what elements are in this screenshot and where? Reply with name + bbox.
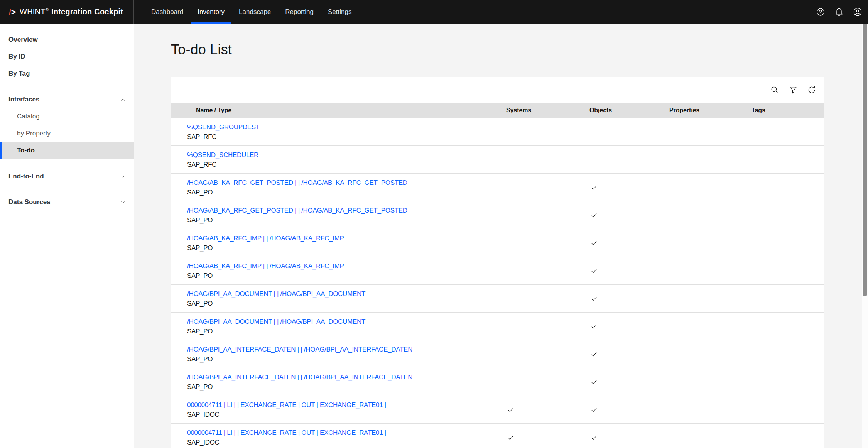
tags-cell [751,368,824,396]
sidebar-item-label: To-do [17,147,35,154]
interface-type-label: SAP_IDOC [187,410,506,419]
name-type-cell: /HOAG/BPI_AA_INTERFACE_DATEN | | /HOAG/B… [171,340,506,368]
help-button[interactable] [811,3,830,21]
chevron-down-icon [120,199,126,206]
interface-name-link[interactable]: /HOAG/AB_KA_RFC_IMP | | /HOAG/AB_KA_RFC_… [187,233,506,243]
interface-name-link[interactable]: /HOAG/AB_KA_RFC_IMP | | /HOAG/AB_KA_RFC_… [187,261,506,271]
column-header-name-type[interactable]: Name / Type [171,103,506,118]
sidebar-item-by-id[interactable]: By ID [0,48,134,65]
objects-cell [589,313,669,340]
checkmark-icon [590,267,598,275]
column-header-properties[interactable]: Properties [669,103,751,118]
side-navigation: Overview By ID By Tag Interfaces Catalog… [0,24,134,448]
app-logo[interactable]: / > WHINT® Integration Cockpit [0,0,134,24]
interface-name-link[interactable]: %QSEND_GROUPDEST [187,122,506,132]
column-header-objects[interactable]: Objects [589,103,669,118]
sidebar-item-by-tag[interactable]: By Tag [0,65,134,82]
sidebar-divider [8,86,125,86]
sidebar-section-label: Interfaces [8,96,39,103]
interface-name-link[interactable]: /HOAG/BPI_AA_DOCUMENT | | /HOAG/BPI_AA_D… [187,317,506,326]
sidebar-item-label: Overview [8,36,38,44]
sidebar-section-interfaces[interactable]: Interfaces [0,91,134,108]
interface-name-link[interactable]: 0000004711 | LI | | EXCHANGE_RATE | OUT … [187,428,506,438]
properties-cell [669,424,751,448]
properties-cell [669,201,751,229]
registered-mark: ® [46,7,49,12]
objects-cell [589,118,669,145]
interface-name-link[interactable]: /HOAG/AB_KA_RFC_GET_POSTED | | /HOAG/AB_… [187,206,506,215]
checkmark-icon [590,434,598,441]
systems-cell [506,146,589,173]
table-header-row: Name / Type Systems Objects Properties T… [171,103,824,118]
properties-cell [669,396,751,423]
table-row: 0000004711 | LI | | EXCHANGE_RATE | OUT … [171,396,824,424]
search-button[interactable] [765,81,784,99]
interface-name-link[interactable]: /HOAG/BPI_AA_INTERFACE_DATEN | | /HOAG/B… [187,372,506,382]
name-type-cell: 0000004711 | LI | | EXCHANGE_RATE | OUT … [171,424,506,448]
tags-cell [751,424,824,448]
logo-brand-text: WHINT® [20,7,49,16]
interface-type-label: SAP_PO [187,215,506,225]
objects-cell [589,201,669,229]
properties-cell [669,285,751,312]
name-type-cell: /HOAG/AB_KA_RFC_IMP | | /HOAG/AB_KA_RFC_… [171,229,506,257]
vertical-scrollbar-thumb[interactable] [863,24,867,296]
column-header-systems[interactable]: Systems [506,103,589,118]
sidebar-item-to-do[interactable]: To-do [0,142,134,159]
notifications-icon [834,7,844,17]
account-icon [852,7,863,17]
todo-table-card: Name / Type Systems Objects Properties T… [171,77,824,448]
nav-tab-settings[interactable]: Settings [322,0,358,24]
nav-tab-reporting[interactable]: Reporting [279,0,320,24]
table-row: %QSEND_SCHEDULERSAP_RFC [171,146,824,174]
interface-type-label: SAP_RFC [187,160,506,169]
sidebar-item-overview[interactable]: Overview [0,31,134,48]
table-row: /HOAG/AB_KA_RFC_IMP | | /HOAG/AB_KA_RFC_… [171,229,824,257]
systems-cell [506,340,589,368]
notifications-button[interactable] [830,3,848,21]
systems-cell [506,118,589,145]
objects-cell [589,174,669,201]
interface-name-link[interactable]: %QSEND_SCHEDULER [187,150,506,160]
search-icon [770,85,780,95]
filter-button[interactable] [784,81,802,99]
systems-cell [506,424,589,448]
table-row: /HOAG/AB_KA_RFC_IMP | | /HOAG/AB_KA_RFC_… [171,257,824,285]
page-title: To-do List [171,42,868,58]
nav-tab-inventory[interactable]: Inventory [191,0,231,24]
checkmark-icon [590,350,598,358]
interface-name-link[interactable]: /HOAG/AB_KA_RFC_GET_POSTED | | /HOAG/AB_… [187,178,506,188]
nav-tab-dashboard[interactable]: Dashboard [145,0,189,24]
properties-cell [669,146,751,173]
help-icon [816,7,826,17]
account-button[interactable] [848,3,867,21]
table-row: /HOAG/BPI_AA_DOCUMENT | | /HOAG/BPI_AA_D… [171,313,824,340]
interface-type-label: SAP_PO [187,243,506,253]
interface-type-label: SAP_PO [187,354,506,364]
nav-tab-landscape[interactable]: Landscape [233,0,277,24]
top-header-bar: / > WHINT® Integration Cockpit Dashboard… [0,0,868,24]
interface-name-link[interactable]: /HOAG/BPI_AA_DOCUMENT | | /HOAG/BPI_AA_D… [187,289,506,299]
systems-cell [506,368,589,396]
sidebar-item-catalog[interactable]: Catalog [0,108,134,125]
systems-cell [506,257,589,284]
refresh-button[interactable] [802,81,821,99]
sidebar-section-label: End-to-End [8,172,44,180]
sidebar-item-by-property[interactable]: by Property [0,125,134,142]
checkmark-icon [590,406,598,414]
column-header-tags[interactable]: Tags [751,103,824,118]
header-actions [811,0,868,24]
name-type-cell: %QSEND_SCHEDULERSAP_RFC [171,146,506,173]
sidebar-section-data-sources[interactable]: Data Sources [0,194,134,211]
sidebar-section-end-to-end[interactable]: End-to-End [0,168,134,185]
name-type-cell: /HOAG/BPI_AA_INTERFACE_DATEN | | /HOAG/B… [171,368,506,396]
interface-name-link[interactable]: /HOAG/BPI_AA_INTERFACE_DATEN | | /HOAG/B… [187,345,506,354]
objects-cell [589,368,669,396]
sidebar-section-label: Data Sources [8,198,51,206]
name-type-cell: 0000004711 | LI | | EXCHANGE_RATE | OUT … [171,396,506,423]
vertical-scrollbar-track[interactable] [862,24,868,448]
table-row: 0000004711 | LI | | EXCHANGE_RATE | OUT … [171,424,824,448]
interface-name-link[interactable]: 0000004711 | LI | | EXCHANGE_RATE | OUT … [187,400,506,410]
sidebar-divider [8,189,125,189]
interface-type-label: SAP_PO [187,382,506,392]
